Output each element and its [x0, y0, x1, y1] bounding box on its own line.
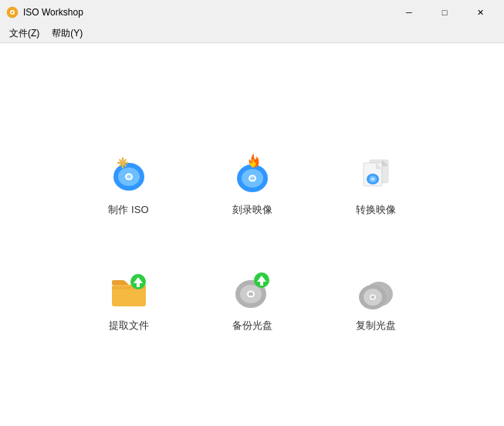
- window-title: ISO Workshop: [23, 7, 391, 18]
- make-iso-button[interactable]: 制作 ISO: [83, 130, 175, 223]
- icon-grid: 制作 ISO 刻录映像: [79, 127, 426, 343]
- copy-disc-label: 复制光盘: [356, 319, 396, 333]
- extract-files-icon: [106, 266, 152, 313]
- burn-image-button[interactable]: 刻录映像: [206, 130, 299, 223]
- copy-disc-button[interactable]: 复制光盘: [330, 246, 422, 339]
- make-iso-label: 制作 ISO: [108, 203, 148, 217]
- title-bar: ISO Workshop ─ □ ✕: [0, 0, 504, 25]
- menu-help[interactable]: 帮助(Y): [46, 25, 89, 42]
- extract-files-button[interactable]: 提取文件: [83, 246, 175, 339]
- svg-point-39: [370, 296, 374, 299]
- close-button[interactable]: ✕: [462, 0, 498, 25]
- svg-point-22: [371, 178, 373, 180]
- convert-image-icon: [353, 150, 399, 197]
- minimize-button[interactable]: ─: [391, 0, 427, 25]
- svg-point-14: [250, 177, 255, 181]
- copy-disc-icon: [353, 266, 399, 313]
- window-controls: ─ □ ✕: [391, 0, 498, 25]
- svg-point-6: [127, 175, 131, 179]
- svg-point-30: [249, 292, 253, 296]
- backup-disc-label: 备份光盘: [232, 319, 272, 333]
- app-icon: [6, 6, 19, 19]
- svg-point-2: [12, 12, 14, 14]
- backup-disc-button[interactable]: 备份光盘: [206, 246, 299, 339]
- convert-image-label: 转换映像: [356, 203, 396, 217]
- extract-files-label: 提取文件: [109, 319, 149, 333]
- menu-bar: 文件(Z) 帮助(Y): [0, 25, 504, 43]
- burn-image-icon: [229, 150, 276, 197]
- backup-disc-icon: [229, 266, 276, 313]
- make-iso-icon: [106, 150, 152, 197]
- main-content: 制作 ISO 刻录映像: [0, 43, 504, 426]
- convert-image-button[interactable]: 转换映像: [330, 130, 422, 223]
- maximize-button[interactable]: □: [427, 0, 462, 25]
- menu-file[interactable]: 文件(Z): [3, 25, 46, 42]
- burn-image-label: 刻录映像: [232, 203, 272, 217]
